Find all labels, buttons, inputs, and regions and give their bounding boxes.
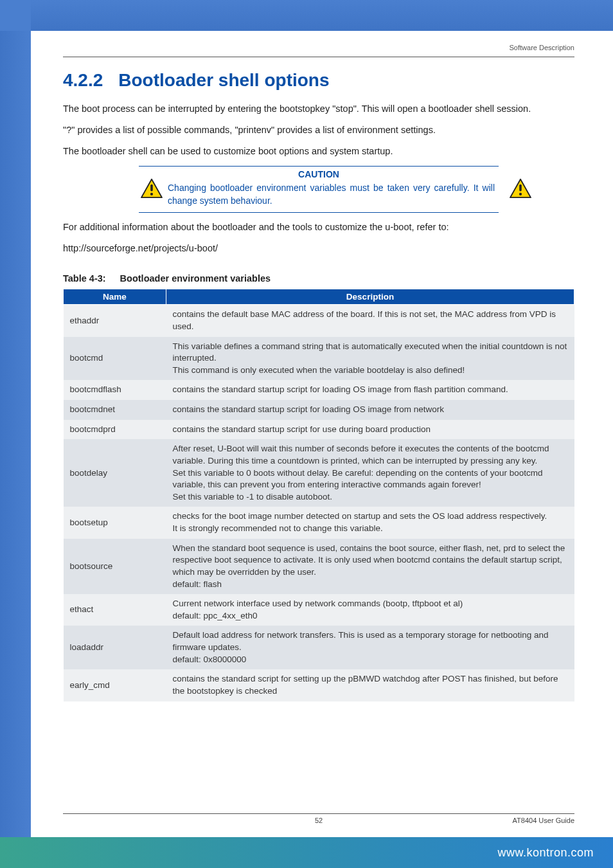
svg-rect-4 xyxy=(519,185,522,192)
page-footer: 52 AT8404 User Guide xyxy=(63,813,574,824)
section-title: Bootloader shell options xyxy=(118,70,329,90)
var-name: bootcmd xyxy=(64,337,166,381)
var-name: bootsetup xyxy=(64,507,166,538)
col-header-name: Name xyxy=(64,289,166,305)
paragraph: The bootloader shell can be used to cust… xyxy=(63,145,574,158)
table-title: Bootloader environment variables xyxy=(120,273,271,284)
var-name: ethact xyxy=(64,594,166,626)
table-number: Table 4-3: xyxy=(63,273,106,284)
running-header: Software Description xyxy=(63,44,574,51)
brand-url[interactable]: www.kontron.com xyxy=(497,846,594,860)
table-row: bootdelayAfter reset, U-Boot will wait t… xyxy=(64,439,574,507)
section-number: 4.2.2 xyxy=(63,70,103,90)
table-row: early_cmdcontains the standard script fo… xyxy=(64,669,574,701)
table-row: ethactCurrent network interface used by … xyxy=(64,594,574,626)
table-row: bootsetupchecks for the boot image numbe… xyxy=(64,507,574,538)
var-name: loadaddr xyxy=(64,626,166,669)
bottom-brand-band: www.kontron.com xyxy=(0,837,613,868)
var-name: ethaddr xyxy=(64,305,166,337)
corner-decoration xyxy=(0,0,31,31)
paragraph: For additional information about the boo… xyxy=(63,221,574,234)
svg-rect-1 xyxy=(150,185,153,192)
header-rule xyxy=(63,57,574,57)
table-row: bootcmdflashcontains the standard startu… xyxy=(64,380,574,400)
var-name: early_cmd xyxy=(64,669,166,701)
table-caption: Table 4-3:Bootloader environment variabl… xyxy=(63,273,574,284)
table-row: bootcmdnetcontains the standard startup … xyxy=(64,400,574,420)
var-desc: contains the default base MAC address of… xyxy=(166,305,574,337)
caution-title: CAUTION xyxy=(139,169,499,179)
guide-title: AT8404 User Guide xyxy=(513,817,574,824)
caution-body: Changing bootloader environment variable… xyxy=(139,182,499,207)
warning-icon xyxy=(140,178,163,199)
table-row: loadaddrDefault load address for network… xyxy=(64,626,574,669)
page-content: Software Description 4.2.2Bootloader she… xyxy=(31,31,613,868)
var-desc: After reset, U-Boot will wait this numbe… xyxy=(166,439,574,507)
var-name: bootdelay xyxy=(64,439,166,507)
table-row: ethaddrcontains the default base MAC add… xyxy=(64,305,574,337)
var-name: bootcmdflash xyxy=(64,380,166,400)
var-desc: contains the standard startup script for… xyxy=(166,400,574,420)
section-heading: 4.2.2Bootloader shell options xyxy=(63,70,574,91)
var-desc: contains the standard startup script for… xyxy=(166,420,574,440)
svg-point-2 xyxy=(150,193,153,195)
top-decoration-band xyxy=(0,0,613,31)
var-desc: When the standard boot sequence is used,… xyxy=(166,539,574,595)
table-header-row: Name Description xyxy=(64,289,574,305)
table-row: bootcmdThis variable defines a command s… xyxy=(64,337,574,381)
col-header-desc: Description xyxy=(166,289,574,305)
var-desc: Default load address for network transfe… xyxy=(166,626,574,669)
var-desc: contains the standard script for setting… xyxy=(166,669,574,701)
table-row: bootcmdprdcontains the standard startup … xyxy=(64,420,574,440)
var-desc: contains the standard startup script for… xyxy=(166,380,574,400)
table-row: bootsourceWhen the standard boot sequenc… xyxy=(64,539,574,595)
warning-icon xyxy=(509,178,532,199)
paragraph: The boot process can be interrupted by e… xyxy=(63,102,574,116)
env-variables-table: Name Description ethaddrcontains the def… xyxy=(63,289,574,701)
page-number: 52 xyxy=(315,817,323,824)
reference-url: http://sourceforge.net/projects/u-boot/ xyxy=(63,242,574,255)
var-name: bootcmdnet xyxy=(64,400,166,420)
var-desc: checks for the boot image number detecte… xyxy=(166,507,574,538)
var-desc: Current network interface used by networ… xyxy=(166,594,574,626)
svg-point-5 xyxy=(519,193,522,195)
var-name: bootcmdprd xyxy=(64,420,166,440)
var-name: bootsource xyxy=(64,539,166,595)
left-decoration-band xyxy=(0,0,31,868)
var-desc: This variable defines a command string t… xyxy=(166,337,574,381)
paragraph: "?" provides a list of possible commands… xyxy=(63,123,574,137)
caution-box: CAUTION Changing bootloader environment … xyxy=(139,166,499,213)
